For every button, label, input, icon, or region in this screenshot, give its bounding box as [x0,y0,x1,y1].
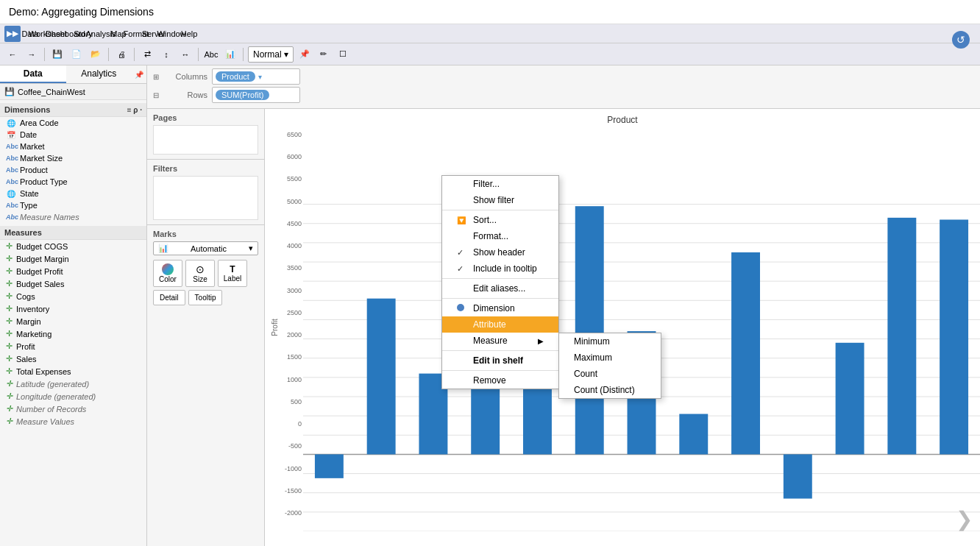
undo-btn[interactable]: ← [4,46,21,63]
pages-area [153,125,258,155]
reset-button[interactable]: ↺ [952,31,970,49]
measure-margin[interactable]: ✛ Margin [0,315,146,327]
filter-menu-item[interactable]: Filter... [442,176,558,192]
sort-btn[interactable]: ↕ [158,46,174,63]
pin-btn[interactable]: 📌 [297,46,313,63]
include-tooltip-menu-item[interactable]: ✓ Include in tooltip [442,260,558,277]
count-distinct-item[interactable]: Count (Distinct) [559,382,661,398]
measure-longitude[interactable]: ✛ Longitude (generated) [0,390,146,403]
count-item[interactable]: Count [559,366,661,382]
text-btn[interactable]: Abc [203,46,219,63]
attribute-menu-item[interactable]: Attribute [442,316,558,333]
measure-menu-item[interactable]: Measure ▶ Minimum Maximum Count [442,333,558,349]
measure-inventory[interactable]: ✛ Inventory [0,302,146,315]
format-menu-item[interactable]: Format... [442,228,558,244]
profit-axis-label: Profit [271,319,279,336]
measure-sales[interactable]: ✛ Sales [0,352,146,365]
swap-btn[interactable]: ⇄ [139,46,155,63]
measures-list: ✛ Budget COGS ✛ Budget Margin ✛ Budget P… [0,240,146,428]
measure-number-of-records[interactable]: ✛ Number of Records [0,403,146,415]
y-label: 2500 [272,309,302,316]
chart-btn[interactable]: 📊 [222,46,238,63]
remove-menu-item[interactable]: Remove [442,372,558,389]
marks-label: Marks [153,230,258,238]
measure-values[interactable]: ✛ Measure Values [0,415,146,428]
sep3 [442,298,558,299]
tab-analytics[interactable]: Analytics [66,65,132,83]
dimensions-controls: ≡ ρ · [127,106,142,114]
svg-rect-26 [731,252,760,455]
field-market[interactable]: Abc Market [0,141,146,152]
detail-label: Detail [160,294,179,302]
field-name: Market Size [20,154,63,163]
field-name: Area Code [20,118,59,127]
measure-budget-cogs[interactable]: ✛ Budget COGS [0,240,146,252]
product-pill[interactable]: Product [216,71,255,82]
minimum-item[interactable]: Minimum [559,333,661,350]
field-market-size[interactable]: Abc Market Size [0,152,146,164]
tab-data[interactable]: Data [0,65,66,83]
edit-in-shelf-menu-item[interactable]: Edit in shelf [442,352,558,369]
save-btn[interactable]: 💾 [49,46,65,63]
new-btn[interactable]: 📄 [68,46,85,63]
count-distinct-label: Count (Distinct) [574,385,635,395]
measure-budget-margin[interactable]: ✛ Budget Margin [0,252,146,265]
open-btn[interactable]: 📂 [88,46,104,63]
filter-label: Filter... [473,179,500,189]
sep2 [442,278,558,279]
normal-dropdown[interactable]: Normal ▾ [248,46,294,63]
y-label: -1000 [272,465,302,472]
label-btn[interactable]: T Label [218,260,247,287]
color-btn[interactable]: Color [153,260,182,287]
field-product-type[interactable]: Abc Product Type [0,176,146,188]
maximum-item[interactable]: Maximum [559,350,661,366]
geo-icon: 🌐 [6,190,16,198]
print-btn[interactable]: 🖨 [113,46,129,63]
field-type[interactable]: Abc Type [0,199,146,211]
square-btn[interactable]: ☐ [335,46,351,63]
sort2-btn[interactable]: ↔ [177,46,193,63]
field-measure-names[interactable]: Abc Measure Names [0,211,146,223]
nav-arrow-right[interactable]: ❯ [956,507,973,531]
measure-latitude[interactable]: ✛ Latitude (generated) [0,377,146,390]
tableau-logo[interactable]: ▶▶ [4,26,21,42]
size-btn[interactable]: ⊙ Size [185,260,215,287]
marks-dropdown-arrow: ▾ [249,244,253,253]
menu-dashboard[interactable]: Dashboard [57,26,74,42]
field-area-code[interactable]: 🌐 Area Code [0,117,146,129]
shelf-icon: ⊟ [153,91,159,99]
measure-marketing[interactable]: ✛ Marketing [0,327,146,340]
sort-menu-item[interactable]: 🔽 Sort... [442,212,558,228]
tooltip-btn[interactable]: Tooltip [188,290,223,305]
marks-type-dropdown[interactable]: 📊 Automatic ▾ [153,241,258,255]
field-name: Budget Profit [16,267,63,276]
field-product[interactable]: Abc Product [0,164,146,176]
measure-profit[interactable]: ✛ Profit [0,340,146,352]
measure-cogs[interactable]: ✛ Cogs [0,290,146,302]
calendar-icon: 📅 [6,131,16,139]
dimension-menu-item[interactable]: Dimension [442,300,558,316]
menu-help[interactable]: Help [181,26,197,42]
measure-budget-sales[interactable]: ✛ Budget Sales [0,277,146,290]
panel-pin[interactable]: 📌 [132,65,146,83]
page-title: Demo: Aggregating Dimensions [0,0,980,24]
menu-window[interactable]: Window [163,26,180,42]
shelf-icon: ⊞ [153,73,159,81]
field-name: Budget Sales [16,280,64,288]
show-filter-menu-item[interactable]: Show filter [442,192,558,208]
field-state[interactable]: 🌐 State [0,188,146,199]
menu-analysis[interactable]: Analysis [93,26,109,42]
detail-btn[interactable]: Detail [153,290,185,305]
measure-total-expenses[interactable]: ✛ Total Expenses [0,365,146,377]
normal-dropdown-arrow: ▾ [284,49,288,60]
left-viz-panels: Pages Filters Marks 📊 Automatic ▾ [147,109,265,546]
profit-pill[interactable]: SUM(Profit) [216,90,269,100]
field-name: Budget Margin [16,255,69,263]
field-date[interactable]: 📅 Date [0,129,146,141]
show-header-menu-item[interactable]: ✓ Show header [442,244,558,260]
edit-aliases-menu-item[interactable]: Edit aliases... [442,280,558,297]
pencil-btn[interactable]: ✏ [316,46,332,63]
y-label: 3000 [272,287,302,294]
redo-btn[interactable]: → [24,46,40,63]
measure-budget-profit[interactable]: ✛ Budget Profit [0,265,146,277]
